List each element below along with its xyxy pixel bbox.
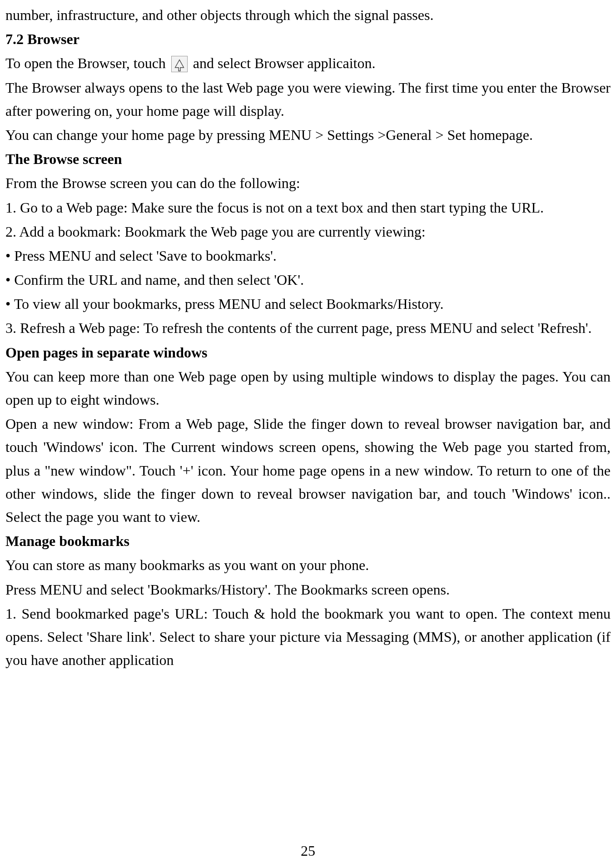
- document-content: number, infrastructure, and other object…: [5, 4, 611, 839]
- paragraph-manage-bookmarks-2: Press MENU and select 'Bookmarks/History…: [5, 578, 611, 601]
- paragraph-change-homepage: You can change your home page by pressin…: [5, 124, 611, 147]
- step-2: 2. Add a bookmark: Bookmark the Web page…: [5, 220, 611, 243]
- paragraph-browser-opens: The Browser always opens to the last Web…: [5, 76, 611, 123]
- heading-open-pages: Open pages in separate windows: [5, 341, 611, 364]
- paragraph-open-pages-1: You can keep more than one Web page open…: [5, 365, 611, 412]
- paragraph-open-pages-2: Open a new window: From a Web page, Slid…: [5, 412, 611, 529]
- heading-browse-screen: The Browse screen: [5, 148, 611, 171]
- paragraph-manage-bookmarks-1: You can store as many bookmarks as you w…: [5, 554, 611, 577]
- text-open-browser-a: To open the Browser, touch: [5, 55, 169, 71]
- paragraph-browse-intro: From the Browse screen you can do the fo…: [5, 172, 611, 195]
- step-3: 3. Refresh a Web page: To refresh the co…: [5, 317, 611, 340]
- step-1: 1. Go to a Web page: Make sure the focus…: [5, 196, 611, 219]
- paragraph-continuation: number, infrastructure, and other object…: [5, 4, 611, 27]
- page-number: 25: [5, 839, 611, 868]
- heading-manage-bookmarks: Manage bookmarks: [5, 530, 611, 553]
- bullet-view-bookmarks: • To view all your bookmarks, press MENU…: [5, 293, 611, 316]
- bullet-confirm-url: • Confirm the URL and name, and then sel…: [5, 268, 611, 292]
- text-open-browser-b: and select Browser applicaiton.: [189, 55, 376, 71]
- section-heading-7-2: 7.2 Browser: [5, 28, 611, 51]
- bullet-save-bookmarks: • Press MENU and select 'Save to bookmar…: [5, 244, 611, 268]
- touch-icon: [171, 56, 188, 72]
- paragraph-manage-bookmarks-3: 1. Send bookmarked page's URL: Touch & h…: [5, 602, 611, 672]
- paragraph-open-browser: To open the Browser, touch and select Br…: [5, 52, 611, 75]
